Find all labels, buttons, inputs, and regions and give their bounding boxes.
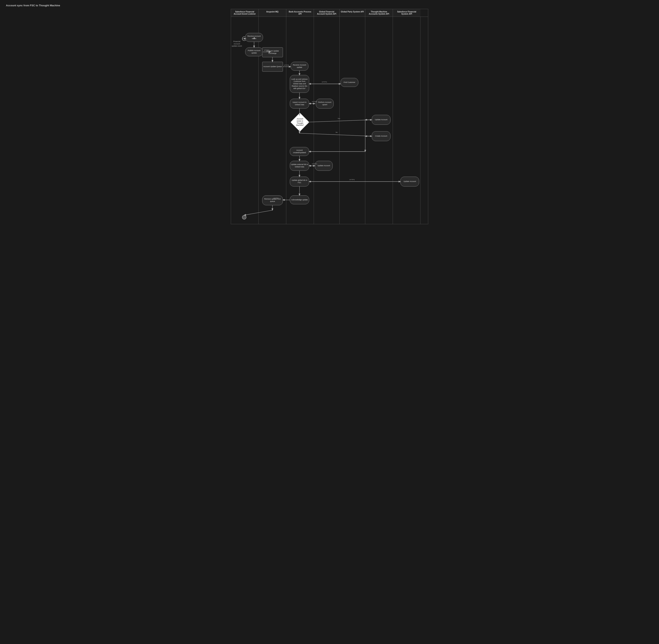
update-account-sfsa: Update Account	[401, 177, 419, 186]
update-global-ids: Update global ids in FSC	[290, 177, 309, 186]
perform-upsert: Perform Account upsert	[316, 99, 334, 109]
publish-account-update: Publish Account update	[245, 47, 263, 56]
external-event-label: Financial Account update event	[231, 41, 242, 47]
update-account-gfasa: Update Account	[315, 161, 333, 171]
find-customer: Find Customer	[341, 78, 358, 87]
receive-account-event: Receive Account event	[245, 33, 263, 42]
page-title: Account sync from FSC to Thought Machine	[4, 4, 655, 7]
update-ext-ids: Update external ids in Global Data	[290, 161, 309, 171]
update-account-tmasa: Update Account	[372, 115, 390, 125]
swimlane-header-sfsa: Salesforce Financial System API	[393, 9, 421, 17]
amq-queue: Account Update Queue	[262, 62, 283, 72]
swimlane-header-sfael: Salesforce Financial Account Event Liste…	[231, 9, 258, 17]
lookup-customer: Look up and retrieve Customer from Globa…	[290, 75, 309, 93]
swimlane-header-amq: Anypoint MQ	[258, 9, 286, 17]
diagram-body: Financial Account update event Receive A…	[231, 17, 428, 224]
col-gfasa	[314, 17, 340, 224]
acknowledge-update: Acknowledge update	[290, 196, 309, 204]
swimlane-header-tmasa: Thought Machine Accounts System API	[365, 9, 393, 17]
create-account-tmasa: Create Account	[372, 131, 390, 141]
swimlane-header-gfasa: Global Financial Account System API	[314, 9, 340, 17]
diagram-container: Salesforce Financial Account Event Liste…	[231, 9, 428, 224]
swimlane-headers: Salesforce Financial Account Event Liste…	[231, 9, 428, 17]
swimlane-header-gpsa: Global Party System API	[340, 9, 365, 17]
upsert-account: Upsert Account in Global Data	[290, 99, 309, 109]
col-sfsa	[393, 17, 421, 224]
col-gpsa	[340, 17, 365, 224]
receive-account-update: Receive Account update	[291, 62, 309, 71]
account-created: Account created/updated	[290, 147, 309, 156]
swimlane-header-bapa: Bank Accounts Process API	[286, 9, 314, 17]
end-circle	[242, 215, 246, 220]
amq-exchange: Account Update Exchange	[262, 47, 283, 57]
remove-from-queue: Remove update from queue	[262, 196, 283, 205]
